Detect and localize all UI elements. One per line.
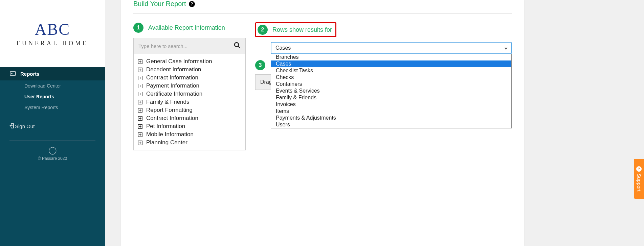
tree-item-label: Pet Information	[146, 123, 185, 130]
dropdown-option[interactable]: Checklist Tasks	[271, 67, 511, 74]
step-1-badge: 1	[133, 23, 143, 33]
expand-icon[interactable]	[138, 100, 143, 105]
support-tab[interactable]: ? Support	[634, 159, 644, 199]
report-tree: General Case Information Decedent Inform…	[133, 54, 246, 150]
copyright: © Passare 2020	[0, 156, 105, 161]
expand-icon[interactable]	[138, 83, 143, 89]
dropdown-option[interactable]: Branches	[271, 54, 511, 60]
dropdown-option[interactable]: Events & Services	[271, 88, 511, 94]
tree-item[interactable]: Report Formatting	[138, 106, 241, 114]
tree-item-label: Decedent Information	[146, 66, 201, 73]
help-icon[interactable]: ?	[189, 1, 195, 7]
column-right: 2 Rows show results for Cases Branches C…	[255, 22, 512, 90]
nav-user-reports[interactable]: User Reports	[0, 91, 105, 102]
column-left: 1 Available Report Information General C…	[133, 22, 246, 150]
dropdown-option[interactable]: Family & Friends	[271, 94, 511, 101]
search-input[interactable]	[138, 43, 234, 49]
dropdown-option[interactable]: Items	[271, 108, 511, 115]
step-2-highlight: 2 Rows show results for	[255, 22, 336, 37]
tree-item[interactable]: Contract Information	[138, 114, 241, 122]
dropdown-option[interactable]: Checks	[271, 74, 511, 81]
rows-dropdown: Branches Cases Checklist Tasks Checks Co…	[271, 54, 512, 128]
expand-icon[interactable]	[138, 116, 143, 121]
step-3-badge: 3	[255, 60, 265, 70]
expand-icon[interactable]	[138, 124, 143, 129]
dropdown-option[interactable]: Payments & Adjustments	[271, 115, 511, 121]
support-icon: ?	[636, 166, 642, 172]
sign-out-label: Sign Out	[15, 123, 35, 129]
drag-label: Drag	[260, 79, 272, 85]
expand-icon[interactable]	[138, 67, 143, 72]
sign-out[interactable]: Sign Out	[0, 120, 105, 133]
rows-select[interactable]: Cases	[271, 42, 512, 54]
divider	[9, 140, 95, 141]
dropdown-option[interactable]: Invoices	[271, 101, 511, 108]
rows-select-value: Cases	[275, 45, 291, 51]
reports-icon	[9, 70, 16, 77]
step-2-label: Rows show results for	[272, 26, 332, 33]
tree-item[interactable]: Payment Information	[138, 82, 241, 90]
expand-icon[interactable]	[138, 108, 143, 113]
tree-item[interactable]: Planning Center	[138, 139, 241, 147]
tree-item-label: Report Formatting	[146, 107, 193, 114]
tree-item-label: Contract Information	[146, 74, 198, 81]
support-label: Support	[636, 174, 642, 192]
tree-item-label: Contract Information	[146, 115, 198, 122]
step-2-badge: 2	[258, 25, 268, 35]
sidebar: ABC FUNERAL HOME Reports Download Center…	[0, 0, 105, 246]
passare-logo-icon: ◯	[0, 146, 105, 155]
expand-icon[interactable]	[138, 140, 143, 145]
expand-icon[interactable]	[138, 59, 143, 64]
search-icon[interactable]	[234, 42, 241, 50]
nav-system-reports[interactable]: System Reports	[0, 102, 105, 113]
nav-reports-label: Reports	[20, 71, 40, 77]
step-1-label: Available Report Information	[148, 24, 225, 31]
rows-select-wrap: Cases Branches Cases Checklist Tasks Che…	[271, 42, 512, 54]
tree-item[interactable]: Pet Information	[138, 122, 241, 130]
tree-item-label: Certificate Information	[146, 91, 202, 97]
tree-item-label: Planning Center	[146, 139, 187, 146]
expand-icon[interactable]	[138, 75, 143, 80]
sign-out-icon	[9, 123, 15, 129]
main-panel: Build Your Report ? 1 Available Report I…	[121, 0, 524, 246]
tree-item[interactable]: Family & Friends	[138, 98, 241, 106]
page-title-row: Build Your Report ?	[133, 0, 512, 13]
tree-item-label: Mobile Information	[146, 131, 194, 138]
logo: ABC FUNERAL HOME	[0, 0, 105, 67]
logo-subtitle: FUNERAL HOME	[17, 40, 88, 47]
logo-text: ABC	[35, 20, 70, 39]
step-1-header: 1 Available Report Information	[133, 22, 246, 33]
dropdown-option[interactable]: Containers	[271, 81, 511, 88]
nav-download-center[interactable]: Download Center	[0, 80, 105, 91]
tree-item-label: Family & Friends	[146, 99, 190, 105]
tree-item[interactable]: General Case Information	[138, 57, 241, 66]
svg-point-1	[235, 43, 239, 47]
expand-icon[interactable]	[138, 92, 143, 97]
tree-item[interactable]: Certificate Information	[138, 90, 241, 98]
tree-item[interactable]: Contract Information	[138, 74, 241, 82]
tree-item-label: Payment Information	[146, 82, 199, 89]
expand-icon[interactable]	[138, 132, 143, 137]
title-divider	[133, 13, 512, 14]
footer: ◯ © Passare 2020	[0, 146, 105, 161]
dropdown-option[interactable]: Users	[271, 121, 511, 128]
tree-item[interactable]: Mobile Information	[138, 130, 241, 139]
search-box[interactable]	[133, 38, 246, 54]
page-title: Build Your Report	[133, 0, 186, 8]
dropdown-option[interactable]: Cases	[271, 60, 511, 67]
tree-item-label: General Case Information	[146, 58, 212, 65]
nav-reports[interactable]: Reports	[0, 67, 105, 80]
tree-item[interactable]: Decedent Information	[138, 66, 241, 74]
